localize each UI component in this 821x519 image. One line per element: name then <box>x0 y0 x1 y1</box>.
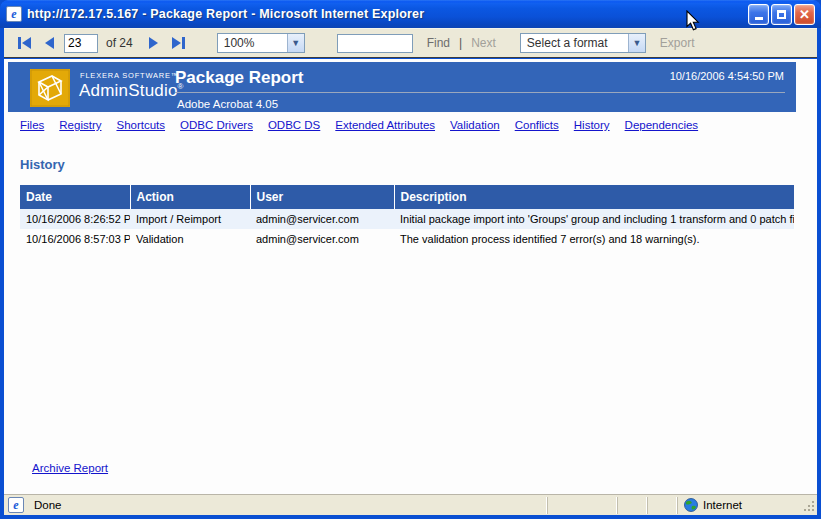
column-header-description: Description <box>394 185 794 209</box>
find-next-divider: | <box>459 36 462 50</box>
brand-adminstudio-label: AdminStudio® <box>79 81 184 101</box>
cell-date: 10/16/2006 8:26:52 PM <box>20 209 130 229</box>
nav-link-history[interactable]: History <box>574 119 610 131</box>
chevron-down-icon[interactable]: ▼ <box>628 34 645 52</box>
find-button[interactable]: Find <box>427 36 450 50</box>
nav-link-conflicts[interactable]: Conflicts <box>515 119 559 131</box>
nav-link-odbc-drivers[interactable]: ODBC Drivers <box>180 119 253 131</box>
page-number-input[interactable] <box>64 34 98 53</box>
status-pane <box>547 497 617 514</box>
last-page-icon <box>172 37 181 49</box>
column-header-user: User <box>250 185 394 209</box>
status-text: Done <box>34 499 62 511</box>
nav-link-extended-attributes[interactable]: Extended Attributes <box>335 119 435 131</box>
cell-action: Import / Reimport <box>130 209 250 229</box>
window-title: http://172.17.5.167 - Package Report - M… <box>27 7 748 21</box>
zone-label: Internet <box>703 499 742 511</box>
previous-page-icon <box>45 37 54 49</box>
previous-page-button[interactable] <box>41 35 58 51</box>
maximize-icon <box>777 10 786 19</box>
cell-description: Initial package import into 'Groups' gro… <box>394 209 794 229</box>
resize-grip[interactable] <box>803 500 816 513</box>
nav-link-dependencies[interactable]: Dependencies <box>625 119 699 131</box>
first-page-button[interactable] <box>14 35 35 51</box>
cell-user: admin@servicer.com <box>250 229 394 249</box>
find-input[interactable] <box>337 34 413 53</box>
report-nav: FilesRegistryShortcutsODBC DriversODBC D… <box>20 119 807 131</box>
cell-date: 10/16/2006 8:57:03 PM <box>20 229 130 249</box>
banner-divider <box>175 92 785 93</box>
section-title-history: History <box>20 157 65 172</box>
page-count-label: of 24 <box>106 36 133 50</box>
first-page-icon <box>18 37 21 49</box>
nav-link-files[interactable]: Files <box>20 119 44 131</box>
cell-description: The validation process identified 7 erro… <box>394 229 794 249</box>
maximize-button[interactable] <box>771 4 792 25</box>
nav-link-shortcuts[interactable]: Shortcuts <box>116 119 165 131</box>
history-table-body: 10/16/2006 8:26:52 PMImport / Reimportad… <box>20 209 794 249</box>
export-button[interactable]: Export <box>660 36 695 50</box>
status-bar: e Done Internet <box>4 494 817 515</box>
adminstudio-logo-icon <box>30 69 70 107</box>
table-row: 10/16/2006 8:57:03 PMValidationadmin@ser… <box>20 229 794 249</box>
minimize-icon <box>755 17 763 20</box>
cell-user: admin@servicer.com <box>250 209 394 229</box>
security-zone-pane: Internet <box>677 497 817 514</box>
history-table-header: DateActionUserDescription <box>20 185 794 209</box>
archive-report-link[interactable]: Archive Report <box>32 462 108 474</box>
nav-link-registry[interactable]: Registry <box>59 119 101 131</box>
brand-flexera-label: FLEXERA SOFTWARE™ <box>80 71 179 80</box>
page-title: Package Report <box>175 68 304 88</box>
report-timestamp: 10/16/2006 4:54:50 PM <box>670 70 784 82</box>
title-bar: e http://172.17.5.167 - Package Report -… <box>0 0 821 28</box>
chevron-down-icon[interactable]: ▼ <box>287 34 304 52</box>
nav-link-odbc-ds[interactable]: ODBC DS <box>268 119 320 131</box>
next-page-icon <box>149 37 158 49</box>
browser-window: e http://172.17.5.167 - Package Report -… <box>0 0 821 519</box>
next-button[interactable]: Next <box>471 36 496 50</box>
report-header-banner: FLEXERA SOFTWARE™ AdminStudio® Package R… <box>8 62 796 112</box>
report-toolbar: of 24 100% ▼ Find | Next Select a format… <box>4 28 817 58</box>
history-table: DateActionUserDescription 10/16/2006 8:2… <box>20 185 794 249</box>
close-icon: ✕ <box>799 8 810 21</box>
close-button[interactable]: ✕ <box>794 4 815 25</box>
last-page-button[interactable] <box>168 35 189 51</box>
next-page-button[interactable] <box>145 35 162 51</box>
ie-document-icon: e <box>8 497 24 513</box>
status-pane <box>647 497 677 514</box>
minimize-button[interactable] <box>748 4 769 25</box>
format-select[interactable]: Select a format ▼ <box>520 33 646 53</box>
globe-icon <box>684 498 698 512</box>
nav-link-validation[interactable]: Validation <box>450 119 500 131</box>
status-pane <box>617 497 647 514</box>
package-name: Adobe Acrobat 4.05 <box>177 98 278 110</box>
column-header-action: Action <box>130 185 250 209</box>
format-value: Select a format <box>521 36 628 50</box>
zoom-value: 100% <box>218 36 287 50</box>
table-row: 10/16/2006 8:26:52 PMImport / Reimportad… <box>20 209 794 229</box>
cell-action: Validation <box>130 229 250 249</box>
column-header-date: Date <box>20 185 130 209</box>
ie-page-icon: e <box>6 6 22 22</box>
report-page: FLEXERA SOFTWARE™ AdminStudio® Package R… <box>4 59 817 494</box>
zoom-select[interactable]: 100% ▼ <box>217 33 305 53</box>
